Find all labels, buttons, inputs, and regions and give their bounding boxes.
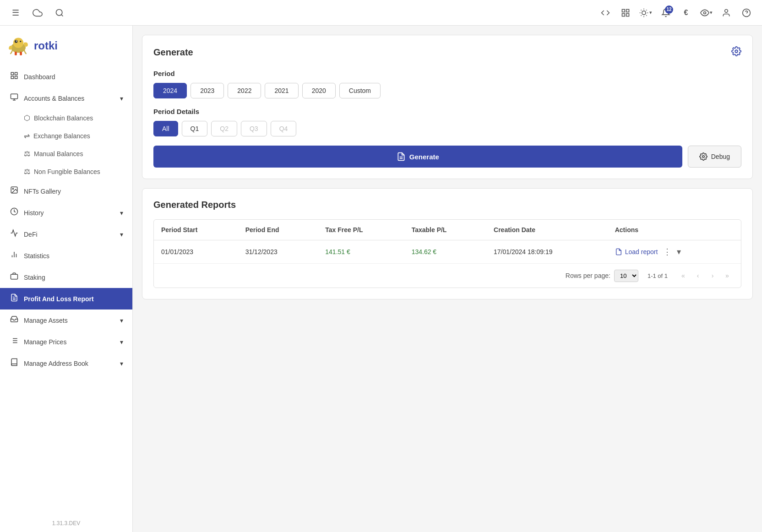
code-icon[interactable] [597, 5, 614, 21]
next-page-button[interactable]: › [706, 269, 719, 282]
profit-loss-icon [9, 293, 19, 304]
period-btn-2024[interactable]: 2024 [153, 83, 187, 98]
sidebar-item-manage-address-book[interactable]: Manage Address Book ▾ [0, 353, 132, 374]
prev-page-button[interactable]: ‹ [691, 269, 704, 282]
currency-icon[interactable]: € [678, 5, 694, 21]
period-btn-2021[interactable]: 2021 [265, 83, 298, 98]
sidebar-item-manage-prices-label: Manage Prices [24, 338, 66, 346]
sidebar-item-manual-balances[interactable]: ⚖ Manual Balances [0, 145, 132, 163]
generate-btn-icon [397, 152, 406, 161]
history-icon [9, 207, 19, 218]
action-buttons: Generate Debug [153, 146, 741, 168]
layout-icon[interactable] [617, 5, 634, 21]
period-buttons: 2024 2023 2022 2021 2020 Custom [153, 83, 741, 98]
menu-icon[interactable]: ☰ [7, 5, 24, 21]
period-details-label: Period Details [153, 108, 741, 115]
debug-btn-label: Debug [711, 153, 730, 160]
reports-title: Generated Reports [153, 200, 741, 210]
svg-point-22 [16, 40, 17, 41]
detail-btn-q3[interactable]: Q3 [241, 121, 267, 136]
statistics-icon [9, 250, 19, 261]
nonfungible-icon: ⚖ [24, 167, 30, 176]
detail-btn-q1[interactable]: Q1 [182, 121, 208, 136]
search-icon[interactable] [51, 5, 68, 21]
theme-icon[interactable]: ▾ [637, 5, 654, 21]
defi-icon [9, 229, 19, 239]
sidebar-item-statistics-label: Statistics [24, 252, 49, 260]
last-page-button[interactable]: » [721, 269, 734, 282]
sidebar-item-manage-prices[interactable]: Manage Prices ▾ [0, 331, 132, 353]
load-report-label: Load report [625, 248, 658, 255]
settings-gear-icon[interactable] [731, 46, 741, 59]
sidebar-item-staking-label: Staking [24, 274, 45, 281]
generate-btn-label: Generate [409, 153, 439, 161]
help-icon[interactable] [738, 5, 755, 21]
pagination-info: 1-1 of 1 [648, 272, 668, 279]
load-report-icon [615, 248, 622, 255]
generate-button[interactable]: Generate [153, 146, 682, 168]
detail-btn-all[interactable]: All [153, 121, 178, 136]
reports-table: Period Start Period End Tax Free P/L Tax… [154, 220, 741, 263]
generate-title: Generate [153, 47, 193, 58]
sidebar-logo: rotki [0, 26, 132, 64]
detail-btn-q4[interactable]: Q4 [271, 121, 297, 136]
col-tax-free-pl: Tax Free P/L [318, 220, 404, 240]
sidebar-item-nfts-gallery[interactable]: NFTs Gallery [0, 180, 132, 202]
svg-point-34 [12, 188, 13, 189]
svg-rect-27 [15, 72, 17, 75]
sidebar-nav: Dashboard Accounts & Balances ▾ ⬡ Blockc… [0, 64, 132, 515]
period-btn-2020[interactable]: 2020 [302, 83, 336, 98]
period-label: Period [153, 70, 741, 77]
svg-point-25 [20, 41, 21, 42]
sidebar-item-manage-assets[interactable]: Manage Assets ▾ [0, 309, 132, 331]
period-btn-custom[interactable]: Custom [339, 83, 381, 98]
cell-actions: Load report ⋮ ▾ [608, 240, 741, 264]
col-creation-date: Creation Date [486, 220, 608, 240]
main-content: Generate Period 2024 2023 2022 2021 2020… [133, 26, 762, 532]
layout: rotki Dashboard Accounts & Balances [0, 26, 762, 532]
col-actions: Actions [608, 220, 741, 240]
sidebar-item-dashboard-label: Dashboard [24, 73, 55, 81]
load-report-button[interactable]: Load report [615, 248, 658, 255]
sidebar-item-accounts-label: Accounts & Balances [24, 95, 84, 102]
svg-point-16 [725, 9, 728, 12]
sidebar-item-defi[interactable]: DeFi ▾ [0, 223, 132, 245]
sidebar-item-exchange-balances[interactable]: ⇌ Exchange Balances [0, 127, 132, 145]
table-row: 01/01/2023 31/12/2023 141.51 € 134.62 € … [154, 240, 741, 264]
detail-btn-q2[interactable]: Q2 [211, 121, 237, 136]
rows-per-page-label: Rows per page: [566, 272, 610, 279]
period-btn-2023[interactable]: 2023 [190, 83, 224, 98]
sidebar-item-statistics[interactable]: Statistics [0, 245, 132, 266]
expand-row-icon[interactable]: ▾ [677, 247, 681, 257]
sidebar-item-profit-loss[interactable]: Profit And Loss Report [0, 288, 132, 309]
sidebar-item-non-fungible-balances[interactable]: ⚖ Non Fungible Balances [0, 163, 132, 180]
sidebar-item-history[interactable]: History ▾ [0, 202, 132, 223]
first-page-button[interactable]: « [677, 269, 690, 282]
manual-balances-label: Manual Balances [34, 150, 83, 157]
blockchain-balances-label: Blockchain Balances [34, 114, 93, 122]
user-icon[interactable] [718, 5, 735, 21]
svg-point-48 [735, 50, 738, 53]
notification-icon[interactable]: 12 [658, 5, 674, 21]
debug-button[interactable]: Debug [688, 146, 741, 168]
debug-icon [699, 152, 708, 161]
eye-icon[interactable]: ▾ [698, 5, 714, 21]
more-options-icon[interactable]: ⋮ [663, 247, 671, 257]
rows-per-page-select[interactable]: 10 25 50 [614, 270, 638, 282]
sidebar-item-staking[interactable]: Staking [0, 266, 132, 288]
sidebar-item-dashboard[interactable]: Dashboard [0, 66, 132, 87]
generate-card: Generate Period 2024 2023 2022 2021 2020… [142, 35, 753, 179]
cell-taxable-pl: 134.62 € [404, 240, 486, 264]
dashboard-icon [9, 71, 19, 82]
cloud-icon[interactable] [29, 5, 46, 21]
period-btn-2022[interactable]: 2022 [228, 83, 261, 98]
accounts-chevron: ▾ [120, 95, 123, 102]
staking-icon [9, 272, 19, 282]
svg-point-15 [703, 11, 706, 14]
svg-line-9 [641, 10, 642, 10]
sidebar-item-accounts-balances[interactable]: Accounts & Balances ▾ [0, 87, 132, 109]
blockchain-icon: ⬡ [24, 114, 30, 122]
sidebar-item-blockchain-balances[interactable]: ⬡ Blockchain Balances [0, 109, 132, 127]
manage-prices-chevron: ▾ [120, 338, 123, 346]
sidebar-item-history-label: History [24, 209, 44, 217]
